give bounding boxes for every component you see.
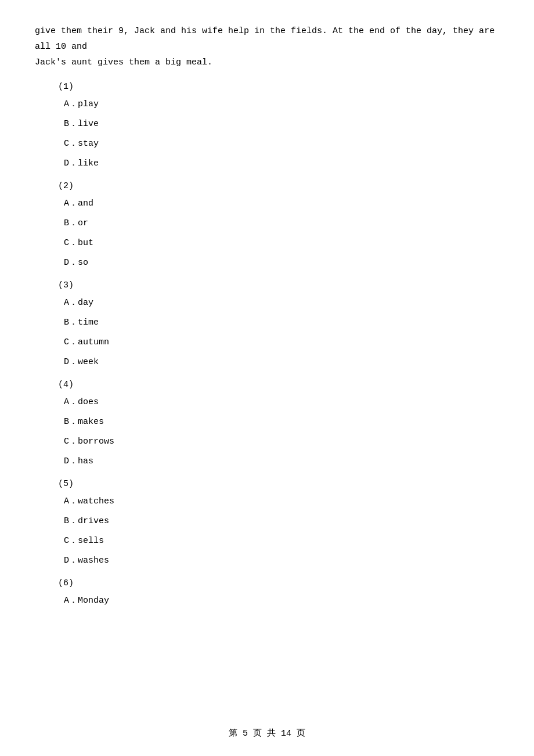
option-q6-0[interactable]: A．Monday	[64, 594, 499, 608]
option-q3-0[interactable]: A．day	[64, 296, 499, 310]
option-q5-2[interactable]: C．sells	[64, 534, 499, 548]
option-q2-0[interactable]: A．and	[64, 197, 499, 211]
questions-container: (1)A．playB．liveC．stayD．like(2)A．andB．orC…	[35, 82, 499, 608]
option-q3-3[interactable]: D．week	[64, 355, 499, 369]
intro-line2: Jack's aunt gives them a big meal.	[35, 57, 212, 67]
page-footer: 第 5 页 共 14 页	[0, 728, 534, 739]
question-block-4: (4)A．doesB．makesC．borrowsD．has	[58, 380, 499, 469]
intro-paragraph: give them their 9, Jack and his wife hel…	[35, 23, 499, 70]
intro-line1: give them their 9, Jack and his wife hel…	[35, 26, 495, 52]
option-q5-0[interactable]: A．watches	[64, 495, 499, 509]
question-block-3: (3)A．dayB．timeC．autumnD．week	[58, 280, 499, 369]
question-block-2: (2)A．andB．orC．butD．so	[58, 181, 499, 270]
question-block-5: (5)A．watchesB．drivesC．sellsD．washes	[58, 479, 499, 568]
option-q5-3[interactable]: D．washes	[64, 554, 499, 568]
option-q1-0[interactable]: A．play	[64, 98, 499, 111]
question-number-4: (4)	[58, 380, 499, 390]
question-block-1: (1)A．playB．liveC．stayD．like	[58, 82, 499, 171]
option-q1-2[interactable]: C．stay	[64, 137, 499, 151]
option-q5-1[interactable]: B．drives	[64, 514, 499, 528]
option-q2-1[interactable]: B．or	[64, 217, 499, 231]
question-number-1: (1)	[58, 82, 499, 92]
option-q1-3[interactable]: D．like	[64, 157, 499, 171]
question-number-3: (3)	[58, 280, 499, 290]
option-q4-3[interactable]: D．has	[64, 455, 499, 469]
question-number-5: (5)	[58, 479, 499, 489]
option-q4-1[interactable]: B．makes	[64, 415, 499, 429]
option-q3-1[interactable]: B．time	[64, 316, 499, 330]
option-q2-2[interactable]: C．but	[64, 236, 499, 250]
question-block-6: (6)A．Monday	[58, 578, 499, 608]
option-q4-2[interactable]: C．borrows	[64, 435, 499, 449]
option-q3-2[interactable]: C．autumn	[64, 336, 499, 350]
option-q1-1[interactable]: B．live	[64, 117, 499, 131]
option-q4-0[interactable]: A．does	[64, 395, 499, 409]
question-number-2: (2)	[58, 181, 499, 191]
question-number-6: (6)	[58, 578, 499, 588]
option-q2-3[interactable]: D．so	[64, 256, 499, 270]
